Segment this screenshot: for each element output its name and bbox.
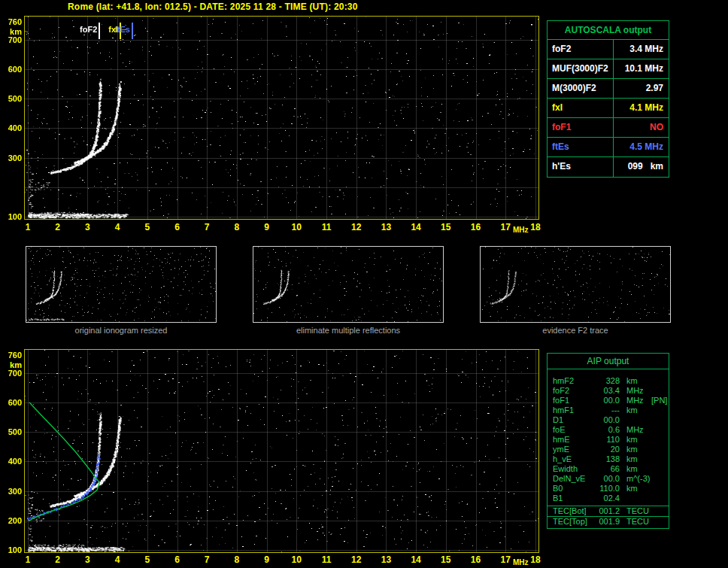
autoscala-table: AUTOSCALA output foF23.4 MHzMUF(3000)F21… [547, 20, 669, 178]
x-tick-label: 4 [108, 222, 127, 232]
aip-table: AIP output hmF2328kmfoF203.4MHzfoF100.0M… [547, 353, 669, 529]
parameter-unit: km [620, 376, 650, 386]
aip-row: foF100.0MHz[PN] [548, 396, 669, 405]
parameter-unit: TECU [620, 517, 650, 527]
parameter-unit: km [620, 435, 650, 445]
parameter-unit: km [620, 464, 650, 474]
parameter-label: hmE [548, 435, 594, 445]
parameter-label: TEC[Top] [548, 517, 594, 527]
y-tick-label: 100 [0, 212, 22, 221]
y-tick-label: 300 [0, 487, 22, 496]
parameter-unit: MHz [620, 425, 650, 435]
aip-row: foE0.6MHz [548, 425, 669, 435]
x-tick-label: 7 [197, 554, 217, 565]
thumbnail-caption-eliminate: eliminate multiple reflections [253, 326, 444, 335]
parameter-unit: MHz [620, 386, 650, 396]
parameter-value: 0.6 [594, 425, 620, 435]
autoscala-row: MUF(3000)F210.1 MHz [548, 59, 669, 79]
parameter-label: foF2 [548, 386, 594, 396]
x-tick-label: 14 [406, 554, 426, 565]
parameter-value: 20 [594, 445, 620, 454]
x-tick-label: 6 [168, 554, 187, 565]
parameter-label: B0 [548, 484, 594, 494]
y-tick-label: 400 [0, 123, 22, 132]
x-tick-label: 16 [466, 222, 486, 232]
x-tick-label: 12 [347, 554, 366, 565]
parameter-value: 001.2 [594, 506, 620, 516]
x-tick-label: 15 [436, 222, 456, 232]
parameter-value: 66 [594, 464, 620, 474]
parameter-value: 001.9 [594, 517, 620, 527]
parameter-unit: m^(-3) [620, 474, 650, 484]
x-tick-label: 17 [496, 554, 515, 565]
autoscala-rows: foF23.4 MHzMUF(3000)F210.1 MHzM(3000)F22… [548, 40, 669, 177]
autoscala-table-title: AUTOSCALA output [548, 21, 669, 40]
aip-tec-rows: TEC[Bot]001.2TECUTEC[Top]001.9TECU [548, 506, 669, 527]
x-tick-label: 8 [227, 554, 247, 565]
parameter-value: 3.4 MHz [614, 40, 669, 59]
parameter-label: hmF2 [548, 376, 594, 386]
x-tick-label: 3 [77, 222, 97, 232]
profile-ionogram-canvas [25, 350, 538, 552]
tec-row: TEC[Bot]001.2TECU [548, 506, 669, 516]
parameter-value: 00.0 [594, 396, 620, 405]
parameter-value: 138 [594, 454, 620, 464]
x-tick-label: 14 [406, 222, 426, 232]
parameter-value: 4.5 MHz [614, 138, 669, 156]
aip-row: ymE20km [548, 445, 669, 454]
autoscala-row: h'Es099 km [548, 157, 669, 177]
y-tick-label: 700 [0, 369, 22, 378]
marker-label-foF2: foF2 [80, 25, 97, 34]
main-ionogram-plot: foF2ftEsfxI [24, 16, 539, 220]
y-tick-label: 760 [0, 351, 22, 360]
parameter-label: Ewidth [548, 464, 594, 474]
x-tick-label: 2 [48, 222, 68, 232]
x-tick-label: 9 [257, 554, 277, 565]
aip-row: hmF2328km [548, 376, 669, 386]
main-ionogram-canvas [25, 17, 538, 219]
x-tick-label: 18 [526, 554, 545, 565]
parameter-label: foF1 [548, 118, 614, 137]
parameter-label: foF2 [548, 40, 614, 59]
parameter-value: NO [614, 118, 669, 137]
parameter-value: 02.4 [594, 494, 620, 503]
x-tick-label: 18 [526, 222, 545, 232]
y-tick-label: 600 [0, 398, 22, 407]
parameter-label: DelN_vE [548, 474, 594, 484]
x-tick-label: 7 [197, 222, 217, 232]
y-tick-label: 400 [0, 457, 22, 466]
aip-row: D100.0 [548, 415, 669, 425]
parameter-value: 099 km [614, 157, 669, 177]
aip-row: DelN_vE00.0m^(-3) [548, 474, 669, 484]
thumbnail-eliminate-reflections [253, 246, 444, 323]
x-tick-label: 9 [257, 222, 277, 232]
y-tick-label: 600 [0, 65, 22, 74]
thumbnail-caption-evidence: evidence F2 trace [480, 326, 671, 335]
x-tick-label: 10 [287, 222, 306, 232]
thumbnail-evidence-f2 [480, 246, 671, 323]
parameter-value: 110 [594, 435, 620, 445]
y-tick-label: 500 [0, 427, 22, 436]
x-tick-label: 13 [376, 554, 396, 565]
aip-row: h_vE138km [548, 454, 669, 464]
parameter-unit: MHz [620, 396, 650, 405]
x-tick-label: 16 [466, 554, 486, 565]
x-tick-label: 5 [138, 554, 157, 565]
parameter-value: 10.1 MHz [614, 59, 669, 78]
aip-row: B102.4 [548, 494, 669, 503]
y-tick-label: 200 [0, 516, 22, 525]
x-tick-label: 15 [436, 554, 456, 565]
x-tick-label: 12 [347, 222, 366, 232]
thumbnail-caption-original: original ionogram resized [26, 326, 217, 335]
aip-row: hmF1---km [548, 405, 669, 415]
x-tick-label: 10 [287, 554, 306, 565]
parameter-label: B1 [548, 494, 594, 503]
x-tick-label: 13 [376, 222, 396, 232]
x-tick-label: 8 [227, 222, 247, 232]
y-tick-label: 300 [0, 153, 22, 163]
parameter-label: MUF(3000)F2 [548, 59, 614, 78]
x-tick-label: 2 [48, 554, 68, 565]
parameter-label: M(3000)F2 [548, 79, 614, 98]
x-tick-label: 11 [317, 554, 336, 565]
parameter-unit [620, 415, 650, 425]
